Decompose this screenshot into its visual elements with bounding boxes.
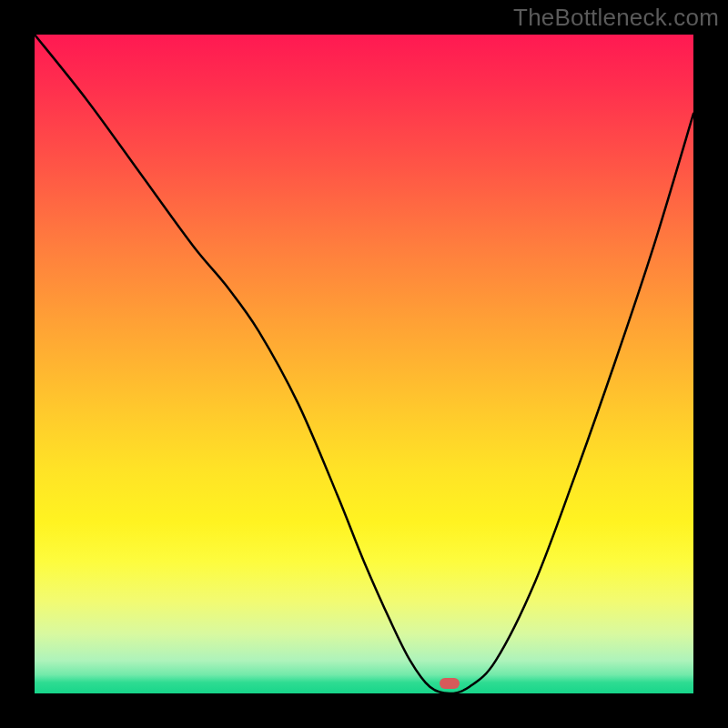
- watermark-text: TheBottleneck.com: [513, 4, 719, 32]
- plot-area: [35, 35, 693, 693]
- chart-frame: TheBottleneck.com: [0, 0, 728, 728]
- bottleneck-curve: [35, 35, 693, 693]
- optimal-marker: [440, 678, 460, 689]
